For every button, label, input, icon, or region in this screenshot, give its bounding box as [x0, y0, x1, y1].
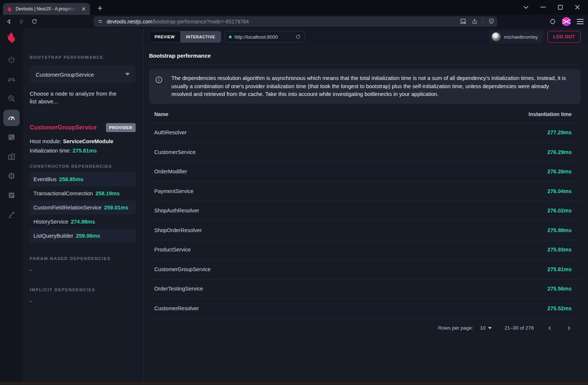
chevron-down-icon — [125, 73, 130, 76]
init-time-value: 275.81ms — [72, 148, 97, 154]
pagination-bar: Rows per page: 10 21–30 of 278 — [149, 318, 581, 338]
sidebar-item-modules[interactable] — [3, 148, 20, 165]
rows-per-page-label: Rows per page: — [438, 325, 474, 331]
reload-button[interactable] — [29, 16, 39, 27]
selected-node-name: CustomerGroupService — [30, 124, 97, 131]
tab-favicon-nestjs-icon — [7, 6, 13, 12]
page-title: Bootstrap performance — [149, 52, 581, 65]
app-sidebar — [0, 28, 23, 382]
col-time: Instantiation time — [529, 111, 572, 117]
dep-item[interactable]: EventBus258.85ms — [30, 172, 136, 186]
sidebar-item-logs[interactable] — [3, 187, 20, 203]
implicit-deps-title: IMPLICIT DEPENDENCIES — [30, 288, 136, 292]
chevron-down-icon — [488, 327, 492, 329]
app-header: PREVIEW INTERACTIVE http://localhost:800… — [143, 28, 588, 46]
status-dot — [229, 36, 232, 38]
close-button[interactable] — [569, 0, 586, 14]
refresh-icon[interactable] — [295, 34, 301, 39]
table-row: ShopOrderResolver275.98ms — [149, 221, 581, 240]
implicit-deps-empty: - — [30, 298, 136, 304]
minimize-button[interactable] — [534, 0, 552, 14]
back-button[interactable] — [4, 16, 14, 27]
tab-search-icon[interactable] — [517, 0, 534, 14]
browser-window: Devtools | NestJS - A progressive — [0, 0, 588, 382]
user-chip[interactable]: michaelbromley — [489, 31, 543, 43]
table-row: CustomerService276.29ms — [149, 142, 581, 162]
init-time-line: Initialization time: 275.81ms — [30, 148, 136, 154]
app-url-value: http://localhost:8000 — [235, 34, 293, 40]
rows-per-page-select[interactable]: 10 — [480, 325, 492, 331]
url-bar[interactable]: devtools.nestjs.com/bootstrap-performanc… — [94, 16, 497, 27]
next-page-button[interactable] — [564, 323, 574, 333]
host-module-line: Host module: ServiceCoreModule — [30, 138, 136, 144]
modules-icon — [7, 153, 16, 161]
interactive-tab[interactable]: INTERACTIVE — [180, 31, 221, 42]
sidebar-item-routes[interactable] — [3, 71, 20, 87]
sidebar-item-settings[interactable] — [3, 168, 20, 184]
url-path: /bootstrap-performance?node=-65179764 — [152, 19, 249, 25]
constructor-deps-list: EventBus258.85ms TransactionalConnection… — [30, 172, 136, 243]
table-row: CustomerResolver275.52ms — [149, 299, 581, 318]
url-text: devtools.nestjs.com/bootstrap-performanc… — [107, 19, 460, 25]
param-deps-title: PARAM-BASED DEPENDENCIES — [30, 256, 136, 261]
col-name: Name — [154, 111, 168, 117]
extensions-icon[interactable] — [549, 18, 556, 25]
performance-icon — [7, 114, 16, 122]
profile-avatar[interactable] — [562, 17, 571, 26]
sidebar-item-graph[interactable] — [3, 52, 20, 68]
info-icon — [155, 76, 163, 84]
pagination-range: 21–30 of 278 — [504, 325, 534, 331]
table-row: OrderModifier276.26ms — [149, 162, 581, 182]
provider-badge: PROVIDER — [106, 123, 136, 132]
panel-divider — [30, 280, 136, 280]
table-header: Name Instantiation time — [149, 106, 581, 123]
site-settings-icon[interactable] — [97, 19, 103, 24]
logout-button[interactable]: LOG OUT — [547, 31, 581, 43]
browser-tab[interactable]: Devtools | NestJS - A progressive — [3, 3, 90, 15]
open-in-app-icon[interactable] — [460, 19, 466, 24]
user-avatar — [492, 32, 501, 41]
preview-tab[interactable]: PREVIEW — [149, 31, 180, 42]
dep-item[interactable]: HistoryService274.98ms — [30, 215, 136, 229]
nestjs-logo-icon[interactable] — [0, 28, 23, 46]
tab-close-icon[interactable] — [80, 6, 87, 12]
host-module-value: ServiceCoreModule — [63, 138, 113, 144]
settings-icon — [7, 172, 16, 180]
performance-table: Name Instantiation time AuthResolver277.… — [149, 106, 581, 318]
info-callout: The dependencies resolution algorithm is… — [149, 69, 581, 104]
forward-button[interactable] — [16, 16, 27, 27]
brave-shield-icon[interactable] — [488, 18, 494, 25]
node-select-value: CustomerGroupService — [36, 71, 94, 78]
audits-icon — [7, 133, 16, 141]
tools-icon — [7, 211, 16, 219]
app-url-input[interactable]: http://localhost:8000 — [225, 31, 305, 43]
prev-page-button[interactable] — [545, 323, 555, 333]
username: michaelbromley — [504, 34, 538, 40]
logs-icon — [7, 191, 16, 199]
table-row: ProductService275.93ms — [149, 240, 581, 260]
toolbar-divider — [483, 19, 483, 25]
inspector-icon — [7, 94, 16, 103]
menu-icon[interactable] — [577, 19, 584, 24]
node-select[interactable]: CustomerGroupService — [30, 65, 136, 83]
sidebar-item-audits[interactable] — [3, 129, 20, 145]
dep-item[interactable]: CustomFieldRelationService259.01ms — [30, 200, 136, 215]
tab-title: Devtools | NestJS - A progressive — [16, 6, 77, 12]
param-deps-empty: - — [30, 267, 136, 273]
sidebar-item-tools[interactable] — [3, 206, 20, 223]
url-domain: devtools.nestjs.com — [107, 19, 152, 25]
dep-item[interactable]: TransactionalConnection258.19ms — [30, 186, 136, 200]
share-icon[interactable] — [472, 19, 478, 25]
new-tab-button[interactable] — [94, 3, 106, 14]
maximize-button[interactable] — [552, 0, 569, 14]
info-text: The dependencies resolution algorithm is… — [171, 74, 571, 99]
sidebar-item-inspector[interactable] — [3, 90, 20, 107]
graph-icon — [7, 56, 16, 64]
routes-icon — [7, 75, 16, 83]
sidebar-item-performance[interactable] — [3, 110, 20, 126]
mode-toggle: PREVIEW INTERACTIVE — [149, 31, 221, 43]
node-hint-text: Choose a node to analyze from the list a… — [30, 90, 123, 105]
table-row: AuthResolver277.29ms — [149, 123, 581, 143]
table-row: PaymentService276.04ms — [149, 182, 581, 201]
dep-item[interactable]: ListQueryBuilder259.06ms — [30, 229, 136, 243]
